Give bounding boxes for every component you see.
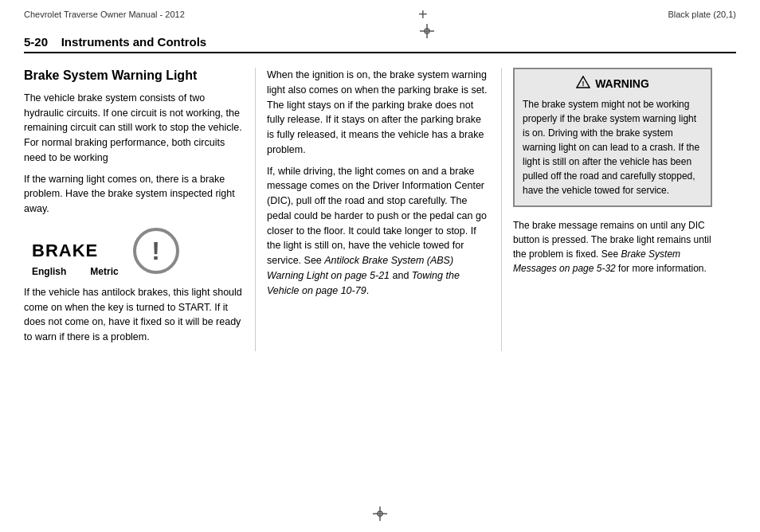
- exclamation-circle-icon: !: [133, 228, 179, 274]
- left-column: Brake System Warning Light The vehicle b…: [24, 68, 255, 351]
- exclamation-mark: !: [151, 238, 160, 264]
- sublabel-metric: Metric: [90, 266, 118, 277]
- article-heading: Brake System Warning Light: [24, 68, 242, 84]
- warning-text: The brake system might not be working pr…: [523, 97, 703, 198]
- brake-sublabels: English Metric: [32, 266, 119, 277]
- brake-label-section: BRAKE English Metric: [32, 241, 119, 277]
- brake-word: BRAKE: [32, 241, 98, 261]
- footer-crosshair-icon: [371, 505, 389, 522]
- right-bottom-text: The brake message remains on until any D…: [513, 218, 712, 276]
- page-footer: [0, 505, 760, 522]
- section-title: 5-20 Instruments and Controls: [24, 35, 736, 49]
- warning-title: WARNING: [595, 77, 649, 90]
- crosshair-icon: [418, 6, 434, 22]
- middle-para-1: When the ignition is on, the brake syste…: [267, 68, 490, 158]
- header-right: Black plate (20,1): [668, 10, 736, 19]
- warning-header: ! WARNING: [523, 76, 703, 91]
- left-para-1: The vehicle brake system consists of two…: [24, 91, 242, 166]
- left-para-2: If the warning light comes on, there is …: [24, 172, 242, 217]
- left-para-3: If the vehicle has antilock brakes, this…: [24, 285, 242, 345]
- middle-column: When the ignition is on, the brake syste…: [255, 68, 502, 351]
- right-column: ! WARNING The brake system might not be …: [502, 68, 712, 351]
- header-left: Chevrolet Traverse Owner Manual - 2012: [24, 10, 185, 19]
- section-header: 5-20 Instruments and Controls: [24, 35, 736, 53]
- main-content: Brake System Warning Light The vehicle b…: [0, 60, 760, 359]
- sublabel-english: English: [32, 266, 66, 277]
- middle-para-2: If, while driving, the light comes on an…: [267, 164, 490, 299]
- header-center-mark: [418, 6, 434, 22]
- brake-diagram: BRAKE English Metric !: [24, 228, 242, 277]
- page-header: Chevrolet Traverse Owner Manual - 2012 B…: [0, 0, 760, 27]
- warning-box: ! WARNING The brake system might not be …: [513, 68, 712, 207]
- svg-text:!: !: [582, 80, 585, 88]
- page-wrapper: Chevrolet Traverse Owner Manual - 2012 B…: [0, 0, 760, 532]
- warning-triangle-icon: !: [576, 76, 590, 91]
